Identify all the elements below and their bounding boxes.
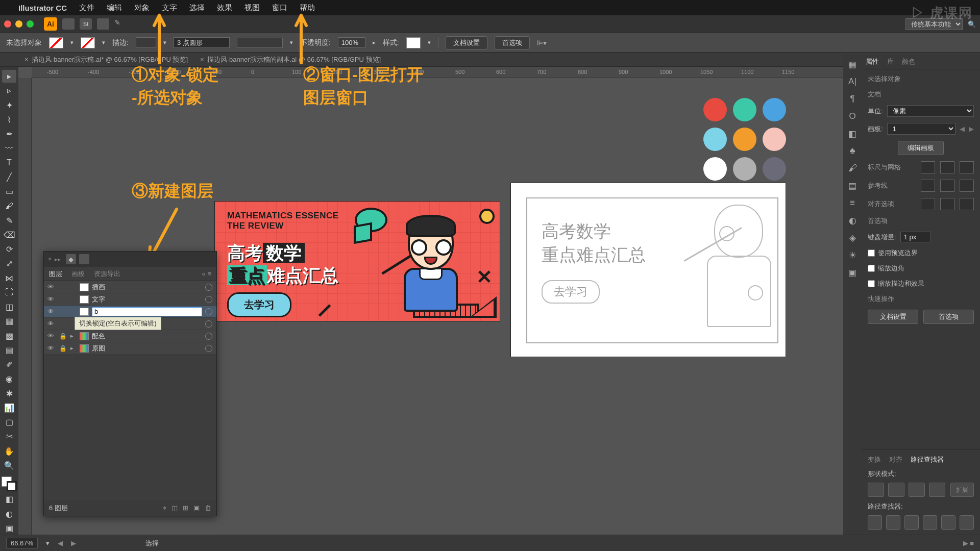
new-layer-icon[interactable]: ▣	[193, 504, 200, 512]
menu-file[interactable]: 文件	[79, 3, 94, 13]
zoom-tool-icon[interactable]: 🔍	[2, 459, 16, 472]
tab-asset-export[interactable]: 资源导出	[94, 269, 120, 279]
panel-collapse-icon[interactable]: « ≡	[202, 270, 211, 278]
mesh-tool-icon[interactable]: ▩	[2, 330, 16, 342]
outline-icon[interactable]	[941, 515, 955, 530]
close-icon[interactable]: ×	[200, 56, 204, 63]
artboard-sketch[interactable]: 高考数学 重点难点汇总 去学习	[510, 183, 786, 357]
symbol-spray-tool-icon[interactable]: ✱	[2, 387, 16, 400]
tab-properties[interactable]: 属性	[866, 57, 879, 66]
edit-artboard-button[interactable]: 编辑画板	[898, 141, 944, 155]
column-graph-tool-icon[interactable]: 📊	[2, 402, 16, 414]
swatches-rail-icon[interactable]: ▤	[846, 180, 859, 192]
gradient-rail-icon[interactable]: ◐	[846, 214, 859, 227]
tab-artboards[interactable]: 画板	[71, 269, 85, 279]
intersect-icon[interactable]	[909, 483, 925, 497]
color-mode-icon[interactable]: ◧	[2, 493, 16, 506]
snap-toggle-icon[interactable]	[960, 161, 974, 173]
lasso-tool-icon[interactable]: ⌇	[2, 113, 16, 126]
playback-icon[interactable]: ▶ ■	[963, 539, 974, 547]
eraser-tool-icon[interactable]: ⌫	[2, 229, 16, 241]
menu-select[interactable]: 选择	[189, 3, 205, 13]
palette-color[interactable]	[763, 157, 786, 181]
collapse-icon[interactable]: ▸▸	[55, 256, 61, 263]
menu-view[interactable]: 视图	[244, 3, 260, 13]
brushes-rail-icon[interactable]: 🖌	[846, 162, 859, 174]
trim-icon[interactable]	[886, 515, 900, 530]
properties-rail-icon[interactable]: ▦	[846, 58, 859, 70]
minimize-window-icon[interactable]	[15, 20, 22, 28]
quick-prefs-button[interactable]: 首选项	[923, 310, 974, 324]
brush-tool-icon[interactable]: 🖌	[2, 199, 16, 212]
slice-tool-icon[interactable]: ✂	[2, 430, 16, 443]
target-icon[interactable]	[205, 333, 212, 340]
align-2-icon[interactable]	[940, 198, 954, 210]
palette-color[interactable]	[703, 157, 727, 181]
transparency-rail-icon[interactable]: ◈	[846, 232, 859, 244]
nav-prev-icon[interactable]: ◀	[58, 539, 63, 547]
quick-doc-setup-button[interactable]: 文档设置	[868, 310, 918, 324]
style-swatch[interactable]	[406, 37, 421, 48]
opentype-rail-icon[interactable]: O	[846, 110, 859, 122]
new-doc-icon[interactable]	[62, 18, 75, 30]
exclude-icon[interactable]	[929, 483, 945, 497]
tab-layers[interactable]: 图层	[49, 269, 62, 279]
draw-mode-icon[interactable]: ◐	[2, 507, 16, 520]
visibility-icon[interactable]: 👁	[46, 283, 55, 291]
stroke-swatch[interactable]	[81, 37, 95, 48]
curvature-tool-icon[interactable]: 〰	[2, 142, 16, 155]
merge-icon[interactable]	[904, 515, 919, 530]
target-icon[interactable]	[205, 320, 212, 328]
next-artboard-icon[interactable]: ▶	[969, 125, 974, 133]
tab-transform[interactable]: 变换	[868, 455, 881, 464]
feather-icon[interactable]: ✎	[114, 18, 127, 30]
align-1-icon[interactable]	[921, 198, 935, 210]
selection-tool-icon[interactable]: ▸	[2, 70, 16, 83]
ruler-toggle-icon[interactable]	[921, 161, 935, 173]
layers-thumb-icon[interactable]: ◆	[66, 254, 76, 264]
guide-toggle-icon[interactable]	[921, 180, 935, 192]
make-clipping-icon[interactable]: ◫	[172, 504, 178, 512]
type-tool-icon[interactable]: T	[2, 157, 16, 169]
menu-type[interactable]: 文字	[162, 3, 177, 13]
expand-icon[interactable]: ▸	[70, 345, 77, 352]
visibility-icon[interactable]: 👁	[46, 308, 55, 315]
pen-tool-icon[interactable]: ✒	[2, 128, 16, 140]
menu-window[interactable]: 窗口	[272, 3, 287, 13]
opacity-input[interactable]	[338, 37, 365, 48]
fill-swatch[interactable]	[49, 37, 63, 48]
visibility-icon[interactable]: 👁	[46, 344, 55, 352]
target-icon[interactable]	[205, 345, 212, 352]
locate-layer-icon[interactable]: ⌖	[163, 504, 166, 512]
palette-color[interactable]	[763, 128, 786, 151]
lock-icon[interactable]: 🔒	[58, 333, 67, 340]
magic-wand-tool-icon[interactable]: ✦	[2, 99, 16, 112]
doc-setup-button[interactable]: 文档设置	[446, 36, 487, 49]
palette-color[interactable]	[733, 157, 756, 181]
unit-select[interactable]: 像素	[887, 105, 974, 117]
lock-icon[interactable]: 🔒	[58, 345, 67, 352]
artboard-finished-banner[interactable]: MATHEMATICS ESSENCE THE REVIEW 高考数学 重点难点…	[214, 201, 500, 321]
crop-icon[interactable]	[923, 515, 937, 530]
fill-stroke-icon[interactable]	[2, 477, 17, 491]
minus-back-icon[interactable]	[960, 515, 974, 530]
palette-color[interactable]	[703, 128, 727, 151]
key-incr-input[interactable]	[900, 232, 931, 242]
tab-align[interactable]: 对齐	[889, 455, 902, 464]
align-3-icon[interactable]	[960, 198, 974, 210]
appearance-rail-icon[interactable]: ◧	[846, 128, 859, 140]
palette-color[interactable]	[703, 98, 727, 121]
layer-row-editing[interactable]: 👁	[44, 306, 216, 318]
layers-panel[interactable]: × ▸▸ ◆ 图层 画板 资源导出 « ≡ 👁 插画 👁 文字 👁 👁 👁🔒▸ …	[43, 251, 217, 516]
menu-effect[interactable]: 效果	[217, 3, 232, 13]
char-rail-icon[interactable]: A|	[846, 76, 859, 88]
grid-toggle-icon[interactable]	[940, 161, 954, 173]
menu-edit[interactable]: 编辑	[107, 3, 122, 13]
eyedropper-tool-icon[interactable]: ✐	[2, 358, 16, 371]
palette-color[interactable]	[733, 128, 756, 151]
prefs-button[interactable]: 首选项	[495, 36, 530, 49]
minus-front-icon[interactable]	[888, 483, 904, 497]
palette-color[interactable]	[763, 98, 786, 121]
unite-icon[interactable]	[868, 483, 884, 497]
hand-tool-icon[interactable]: ✋	[2, 445, 16, 458]
